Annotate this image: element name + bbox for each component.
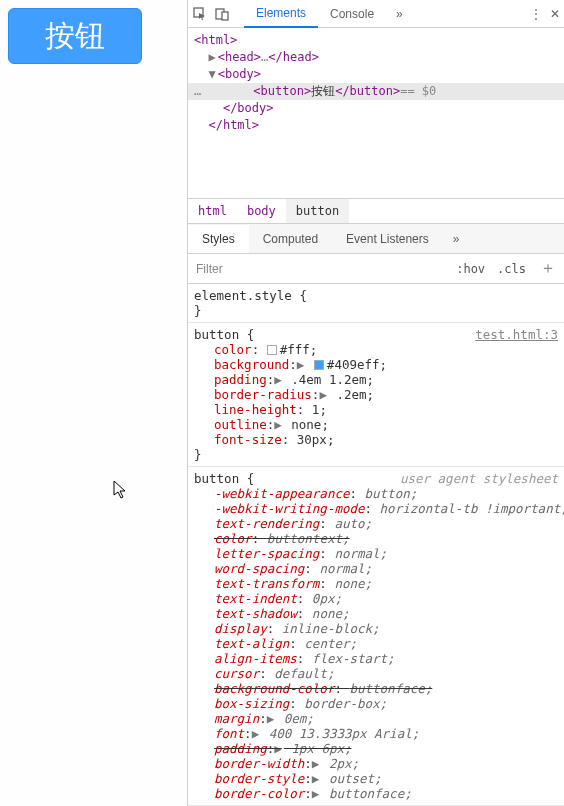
css-val: buttonface; (329, 786, 412, 801)
brace: } (194, 303, 202, 318)
css-val: border-box; (304, 696, 387, 711)
dom-node-selected[interactable]: … <button>按钮</button> == $0 (188, 83, 564, 100)
css-val: normal; (334, 546, 387, 561)
css-prop: -webkit-appearance (214, 486, 349, 501)
expand-shorthand-icon[interactable]: ▶ (312, 786, 320, 801)
css-val: 400 13.3333px Arial; (269, 726, 420, 741)
expand-icon[interactable]: ▶ (208, 50, 215, 64)
css-prop[interactable]: background (214, 357, 289, 372)
devtools-toolbar: Elements Console » ⋮ ✕ (188, 0, 564, 28)
close-devtools-icon[interactable]: ✕ (550, 7, 560, 21)
kebab-menu-icon[interactable]: ⋮ (530, 7, 542, 21)
expand-shorthand-icon[interactable]: ▶ (297, 357, 305, 372)
expand-shorthand-icon[interactable]: ▶ (319, 387, 327, 402)
css-val: normal; (319, 561, 372, 576)
subtab-computed[interactable]: Computed (249, 225, 332, 253)
expand-shorthand-icon[interactable]: ▶ (274, 372, 282, 387)
dom-node[interactable]: <head> (218, 50, 261, 64)
css-prop: color (214, 531, 252, 546)
device-toggle-icon[interactable] (214, 6, 230, 22)
dom-open-tag: <button> (253, 83, 311, 100)
expand-shorthand-icon[interactable]: ▶ (274, 417, 282, 432)
expand-shorthand-icon[interactable]: ▶ (274, 741, 282, 756)
css-prop[interactable]: color (214, 342, 252, 357)
styles-filter-input[interactable] (188, 256, 450, 282)
rule-selector: button (194, 327, 239, 342)
css-val[interactable]: .2em; (336, 387, 374, 402)
dom-node[interactable]: <html> (194, 33, 237, 47)
css-val[interactable]: 30px; (297, 432, 335, 447)
inspect-icon[interactable] (192, 6, 208, 22)
breadcrumb-html[interactable]: html (188, 199, 237, 223)
dom-node[interactable]: <body> (218, 67, 261, 81)
css-prop: border-width (214, 756, 304, 771)
hov-toggle[interactable]: :hov (450, 262, 491, 276)
css-val: horizontal-tb !important; (380, 501, 564, 516)
tab-console[interactable]: Console (318, 1, 386, 27)
devtools-panel: Elements Console » ⋮ ✕ <html> ▶<head>…</… (187, 0, 564, 806)
css-val[interactable]: .4em 1.2em; (291, 372, 374, 387)
subtab-styles[interactable]: Styles (188, 225, 249, 253)
css-val[interactable]: #fff; (280, 342, 318, 357)
css-val: outset; (329, 771, 382, 786)
styles-filter-row: :hov .cls ＋ (188, 254, 564, 284)
brace: { (299, 288, 307, 303)
css-val: auto; (334, 516, 372, 531)
rule-source-link[interactable]: test.html:3 (475, 327, 558, 342)
dom-tree[interactable]: <html> ▶<head>…</head> ▼<body> … <button… (188, 28, 564, 138)
css-val[interactable]: #409eff; (327, 357, 387, 372)
css-val: 0px; (312, 591, 342, 606)
breadcrumb: html body button (188, 198, 564, 224)
dom-node[interactable]: </body> (223, 101, 274, 115)
breadcrumb-body[interactable]: body (237, 199, 286, 223)
rule-element-style[interactable]: element.style { } (188, 284, 564, 323)
subtab-event-listeners[interactable]: Event Listeners (332, 225, 443, 253)
color-swatch-icon[interactable] (314, 360, 324, 370)
rule-button-useragent[interactable]: button { user agent stylesheet -webkit-a… (188, 467, 564, 806)
styles-pane[interactable]: element.style { } button { test.html:3 c… (188, 284, 564, 806)
breadcrumb-button[interactable]: button (286, 199, 349, 223)
expand-shorthand-icon[interactable]: ▶ (267, 711, 275, 726)
css-prop: align-items (214, 651, 297, 666)
cls-toggle[interactable]: .cls (491, 262, 532, 276)
css-val: none; (334, 576, 372, 591)
css-val: 0em; (284, 711, 314, 726)
css-prop[interactable]: line-height (214, 402, 297, 417)
css-val: buttontext; (267, 531, 350, 546)
css-prop: text-shadow (214, 606, 297, 621)
more-subtabs-icon[interactable]: » (447, 232, 466, 246)
css-val: 1px 6px; (291, 741, 351, 756)
rule-button-author[interactable]: button { test.html:3 color: #fff; backgr… (188, 323, 564, 467)
expand-shorthand-icon[interactable]: ▶ (312, 756, 320, 771)
dom-eq0: == $0 (400, 83, 436, 100)
css-prop: text-indent (214, 591, 297, 606)
dom-text: 按钮 (311, 83, 335, 100)
expand-shorthand-icon[interactable]: ▶ (252, 726, 260, 741)
expand-shorthand-icon[interactable]: ▶ (312, 771, 320, 786)
new-style-rule-icon[interactable]: ＋ (532, 258, 564, 279)
css-val[interactable]: 1; (312, 402, 327, 417)
css-val: center; (304, 636, 357, 651)
color-swatch-icon[interactable] (267, 345, 277, 355)
demo-button[interactable]: 按钮 (8, 8, 142, 64)
css-prop[interactable]: border-radius (214, 387, 312, 402)
css-prop: letter-spacing (214, 546, 319, 561)
expand-icon[interactable]: ▼ (208, 67, 215, 81)
css-prop[interactable]: outline (214, 417, 267, 432)
rendered-page: 按钮 (0, 0, 187, 806)
dom-close-tag: </button> (335, 83, 400, 100)
dom-node[interactable]: </html> (208, 118, 259, 132)
css-prop[interactable]: padding (214, 372, 267, 387)
rule-selector: button (194, 471, 239, 486)
css-prop: border-color (214, 786, 304, 801)
css-prop: background-color (214, 681, 334, 696)
css-prop: text-align (214, 636, 289, 651)
more-tabs-icon[interactable]: » (390, 7, 409, 21)
styles-subtabs: Styles Computed Event Listeners » (188, 224, 564, 254)
css-prop: box-sizing (214, 696, 289, 711)
css-prop: cursor (214, 666, 259, 681)
css-prop[interactable]: font-size (214, 432, 282, 447)
tab-elements[interactable]: Elements (244, 0, 318, 28)
dom-node[interactable]: </head> (268, 50, 319, 64)
css-val[interactable]: none; (291, 417, 329, 432)
